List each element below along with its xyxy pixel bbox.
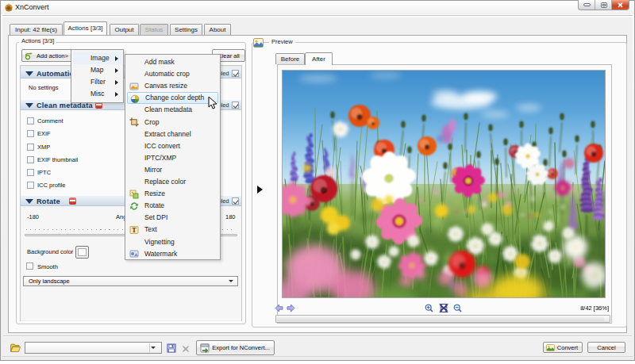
svg-text:T: T xyxy=(132,227,137,234)
